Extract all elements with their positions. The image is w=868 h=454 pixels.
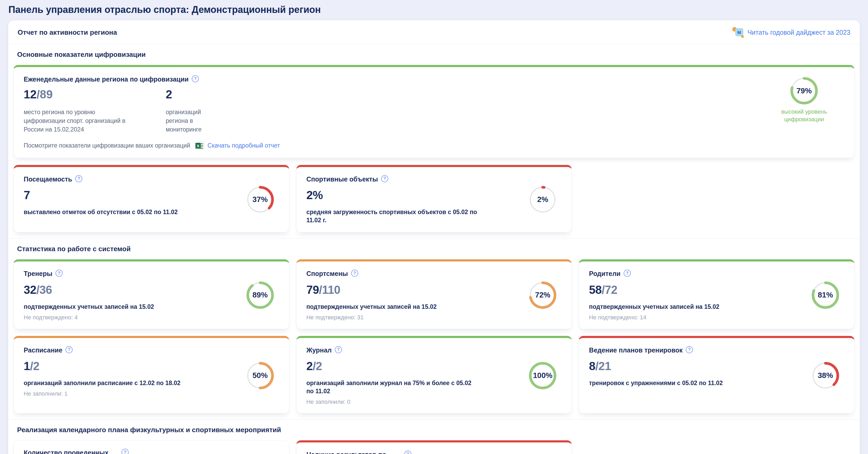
help-icon[interactable]: ?	[351, 270, 358, 277]
help-icon[interactable]: ?	[624, 270, 631, 277]
rank-desc: место региона по уровню цифровизации спо…	[24, 108, 131, 134]
card-desc: организаций заполнили расписание с 12.02…	[24, 379, 197, 387]
card-title: Родители	[589, 269, 620, 278]
athletes-donut: 72%	[529, 281, 556, 309]
card-weekly-digital: Еженедельные данные региона по цифровиза…	[13, 65, 855, 158]
card-note: Не подтверждено: 4	[24, 314, 279, 321]
parents-donut: 81%	[812, 281, 839, 309]
rank-value: 12	[24, 88, 37, 101]
svg-text:X: X	[197, 144, 199, 148]
section-calendar-plan: Реализация календарного плана физкультур…	[8, 420, 860, 454]
donut-caption: высокий уровень цифровизации	[778, 108, 830, 123]
attendance-donut: 37%	[246, 186, 274, 213]
weekly-content: Еженедельные данные региона по цифровиза…	[24, 75, 771, 150]
card-parents: Родители ? 58/72 подтвержденных учетных …	[579, 259, 855, 329]
digitalization-level-donut: 79%	[790, 77, 818, 104]
orange-dot-small-icon	[741, 35, 744, 38]
card-value: 7	[24, 189, 30, 202]
orgs-desc: организаций региона в мониторинге	[166, 108, 208, 134]
card-journal: Журнал ? 2/2 организаций заполнили журна…	[296, 336, 572, 414]
card-desc: организаций заполнили журнал на 75% и бо…	[306, 379, 480, 395]
card-note: Не подтверждено: 31	[306, 314, 562, 321]
help-icon[interactable]: ?	[335, 346, 342, 353]
card-title: Посещаемость	[24, 175, 72, 184]
digest-app-icon: м	[732, 27, 743, 38]
card-title: Спортивные объекты	[306, 175, 378, 184]
section-system-stats: Статистика по работе с системой Тренеры …	[8, 239, 860, 419]
help-icon[interactable]: ?	[381, 175, 388, 182]
card-note	[589, 390, 844, 393]
orgs-value: 2	[166, 88, 208, 101]
card-sports-objects: Спортивные объекты ? 2% средняя загружен…	[296, 165, 572, 233]
card-title: Расписание	[24, 346, 62, 355]
rank-total: /89	[37, 88, 53, 101]
card-title: Тренеры	[24, 269, 52, 278]
card-title: Ведение планов тренировок	[589, 346, 683, 355]
weekly-donut-block: 79% высокий уровень цифровизации	[771, 75, 837, 150]
section-digitalization: Основные показатели цифровизации Еженеде…	[8, 44, 860, 238]
card-desc: средняя загруженность спортивных объекто…	[306, 208, 480, 224]
metric-orgs-monitored: 2 организаций региона в мониторинге	[166, 88, 208, 134]
card-note: Не подтверждено: 14	[589, 314, 844, 321]
card-schedule: Расписание ? 1/2 организаций заполнили р…	[13, 336, 289, 414]
card-desc: выставлено отметок об отсутствии с 05.02…	[24, 208, 197, 216]
card-title: Спортсмены	[306, 269, 348, 278]
card-trainers: Тренеры ? 32/36 подтвержденных учетных з…	[13, 259, 289, 329]
card-attendance: Посещаемость ? 7 выставлено отметок об о…	[13, 165, 289, 233]
card-athletes: Спортсмены ? 79/110 подтвержденных учетн…	[296, 259, 572, 329]
help-icon[interactable]: ?	[686, 346, 693, 353]
section-calendar-label: Реализация календарного плана физкультур…	[17, 426, 855, 434]
card-note: Не заполнили: 0	[306, 398, 562, 405]
help-icon[interactable]: ?	[192, 75, 199, 82]
card-training-plans: Ведение планов тренировок ? 8/21 трениро…	[579, 336, 855, 414]
card-note: Не заполнили: 1	[24, 390, 279, 397]
schedule-donut: 50%	[246, 362, 274, 389]
panel-header: Отчет по активности региона м Читать год…	[8, 20, 860, 44]
trainers-donut: 89%	[246, 281, 274, 309]
training-plans-donut: 38%	[812, 362, 839, 389]
download-report-label: Скачать подробный отчет	[208, 142, 280, 149]
help-icon[interactable]: ?	[65, 346, 72, 353]
sports-objects-donut: 2%	[529, 186, 556, 213]
digest-link-label: Читать годовой дайджест за 2023	[747, 29, 850, 36]
card-desc: подтвержденных учетных записей на 15.02	[24, 303, 197, 311]
excel-icon: X	[195, 142, 205, 150]
weekly-title: Еженедельные данные региона по цифровиза…	[24, 75, 189, 84]
card-title: Количество проведенных мероприятий из КП	[24, 449, 118, 454]
weekly-footer-text: Посмотрите показатели цифровизации ваших…	[24, 142, 190, 149]
card-desc: подтвержденных учетных записей на 15.02	[306, 303, 480, 311]
card-value: 2%	[306, 189, 323, 202]
card-desc: тренировок с упражнениями с 05.02 по 11.…	[589, 379, 763, 387]
download-report-link[interactable]: X Скачать подробный отчет	[195, 142, 280, 150]
digest-link[interactable]: м Читать годовой дайджест за 2023	[732, 27, 850, 38]
help-icon[interactable]: ?	[75, 175, 82, 182]
metric-region-rank: 12/89 место региона по уровню цифровизац…	[24, 88, 131, 134]
journal-donut: 100%	[529, 362, 556, 389]
section-digitalization-label: Основные показатели цифровизации	[17, 51, 855, 59]
card-events-held: Количество проведенных мероприятий из КП…	[13, 440, 289, 454]
report-title: Отчет по активности региона	[18, 28, 117, 36]
help-icon[interactable]: ?	[56, 270, 63, 277]
report-panel: Отчет по активности региона м Читать год…	[8, 20, 860, 454]
card-title: Журнал	[306, 346, 332, 355]
section-system-label: Статистика по работе с системой	[17, 245, 855, 253]
page-title: Панель управления отраслью спорта: Демон…	[8, 4, 860, 15]
card-desc: подтвержденных учетных записей на 15.02	[589, 303, 763, 311]
card-events-results: Наличие результатов по мероприятиям ? 0/…	[296, 440, 572, 454]
card-title: Наличие результатов по мероприятиям	[306, 450, 401, 454]
help-icon[interactable]: ?	[122, 449, 129, 454]
help-icon[interactable]: ?	[404, 451, 411, 454]
